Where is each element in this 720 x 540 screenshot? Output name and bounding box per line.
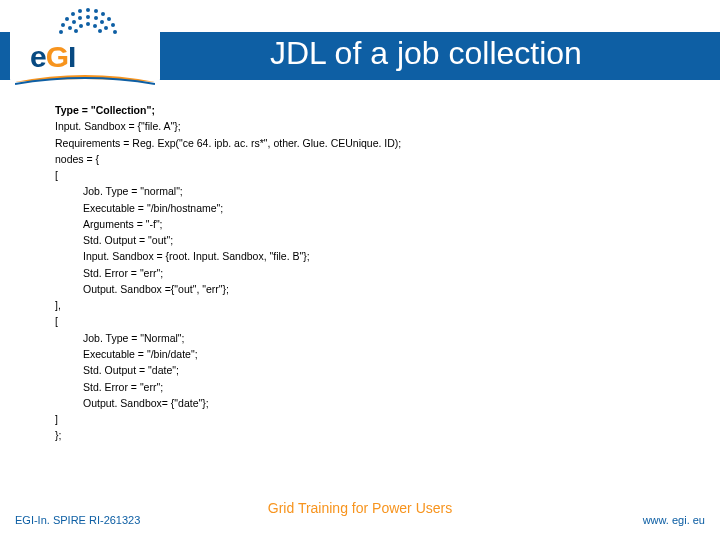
code-line: Type = "Collection";: [55, 102, 675, 118]
svg-point-16: [68, 26, 72, 30]
footer-right: www. egi. eu: [643, 514, 705, 526]
svg-point-8: [111, 23, 115, 27]
svg-point-9: [59, 30, 63, 34]
logo-text: eGI: [30, 40, 75, 74]
code-line: Requirements = Reg. Exp("ce 64. ipb. ac.…: [55, 135, 675, 151]
svg-point-21: [74, 29, 78, 33]
code-line: [: [55, 313, 675, 329]
code-line: Std. Error = "err";: [83, 379, 675, 395]
svg-point-1: [78, 9, 82, 13]
code-line: Std. Output = "date";: [83, 362, 675, 378]
svg-point-12: [78, 16, 82, 20]
code-line: Executable = "/bin/date";: [83, 346, 675, 362]
code-line: Std. Error = "err";: [83, 265, 675, 281]
code-line: Std. Output = "out";: [83, 232, 675, 248]
logo-dots-icon: [38, 6, 138, 42]
code-line: Output. Sandbox= {"date"};: [83, 395, 675, 411]
code-line: Job. Type = "Normal";: [83, 330, 675, 346]
svg-point-3: [71, 12, 75, 16]
svg-point-5: [65, 17, 69, 21]
code-line: Arguments = "-f";: [83, 216, 675, 232]
code-line: Input. Sandbox = {root. Input. Sandbox, …: [83, 248, 675, 264]
footer-left: EGI-In. SPIRE RI-261323: [15, 514, 140, 526]
code-line: ]: [55, 411, 675, 427]
svg-point-17: [104, 26, 108, 30]
logo-letter-g: G: [46, 40, 68, 73]
logo: eGI: [10, 2, 160, 87]
svg-point-7: [61, 23, 65, 27]
svg-point-4: [101, 12, 105, 16]
svg-point-19: [79, 24, 83, 28]
svg-point-10: [113, 30, 117, 34]
svg-point-0: [86, 8, 90, 12]
svg-point-14: [72, 20, 76, 24]
logo-letter-i: I: [68, 40, 75, 73]
svg-point-11: [86, 15, 90, 19]
code-line: };: [55, 427, 675, 443]
code-line: [: [55, 167, 675, 183]
svg-point-20: [93, 24, 97, 28]
code-line: nodes = {: [55, 151, 675, 167]
code-line: Executable = "/bin/hostname";: [83, 200, 675, 216]
svg-point-13: [94, 16, 98, 20]
code-line: Output. Sandbox ={"out", "err"};: [83, 281, 675, 297]
svg-point-2: [94, 9, 98, 13]
page-title: JDL of a job collection: [270, 35, 582, 72]
footer: Grid Training for Power Users EGI-In. SP…: [0, 502, 720, 530]
svg-point-22: [98, 29, 102, 33]
jdl-code-block: Type = "Collection"; Input. Sandbox = {"…: [55, 102, 675, 444]
logo-swoosh-icon: [15, 72, 155, 86]
svg-point-18: [86, 22, 90, 26]
code-line: ],: [55, 297, 675, 313]
code-line: Input. Sandbox = {"file. A"};: [55, 118, 675, 134]
code-line: Job. Type = "normal";: [83, 183, 675, 199]
svg-point-15: [100, 20, 104, 24]
svg-point-6: [107, 17, 111, 21]
logo-letter-e: e: [30, 40, 46, 73]
